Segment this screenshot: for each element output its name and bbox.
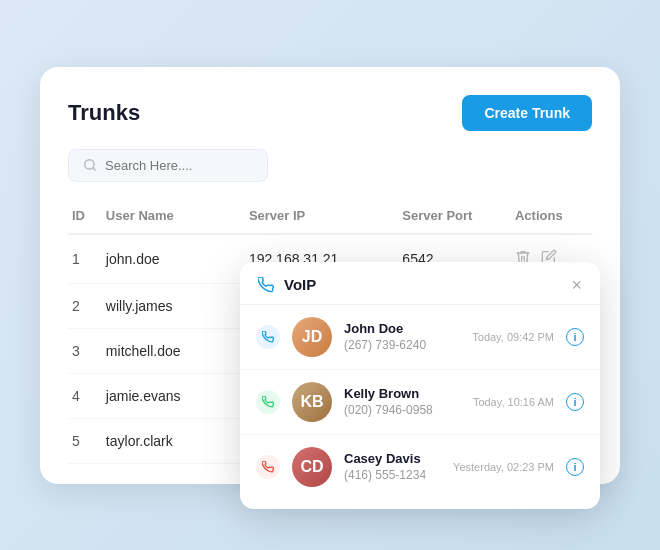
voip-title-area: VoIP [258, 276, 316, 293]
avatar: KB [292, 382, 332, 422]
contact-name: John Doe [344, 321, 460, 336]
contact-phone: (267) 739-6240 [344, 338, 460, 352]
call-type-icon [256, 455, 280, 479]
contact-info: John Doe (267) 739-6240 [344, 321, 460, 352]
search-input[interactable] [105, 158, 253, 173]
contact-time: Yesterday, 02:23 PM [453, 461, 554, 473]
contact-name: Casey Davis [344, 451, 441, 466]
contact-time: Today, 09:42 PM [472, 331, 554, 343]
avatar: CD [292, 447, 332, 487]
svg-line-1 [93, 168, 96, 171]
page-title: Trunks [68, 100, 140, 126]
cell-id: 4 [68, 373, 106, 418]
col-serverport: Server Port [402, 200, 515, 234]
call-type-icon [256, 325, 280, 349]
cell-username: jamie.evans [106, 373, 249, 418]
contact-time: Today, 10:16 AM [473, 396, 554, 408]
create-trunk-button[interactable]: Create Trunk [462, 95, 592, 131]
cell-username: willy.james [106, 283, 249, 328]
cell-id: 5 [68, 418, 106, 463]
info-icon[interactable]: i [566, 458, 584, 476]
search-icon [83, 158, 97, 172]
contact-item: CD Casey Davis (416) 555-1234 Yesterday,… [240, 435, 600, 499]
contact-info: Kelly Brown (020) 7946-0958 [344, 386, 461, 417]
contact-phone: (020) 7946-0958 [344, 403, 461, 417]
contact-phone: (416) 555-1234 [344, 468, 441, 482]
voip-close-button[interactable]: × [571, 276, 582, 294]
cell-id: 3 [68, 328, 106, 373]
phone-icon [258, 277, 274, 293]
search-bar [68, 149, 268, 182]
contact-item: KB Kelly Brown (020) 7946-0958 Today, 10… [240, 370, 600, 435]
voip-popup-header: VoIP × [240, 262, 600, 305]
cell-username: mitchell.doe [106, 328, 249, 373]
voip-popup: VoIP × JD John Doe (267) 739-6240 Today,… [240, 262, 600, 509]
cell-id: 1 [68, 234, 106, 284]
contact-info: Casey Davis (416) 555-1234 [344, 451, 441, 482]
info-icon[interactable]: i [566, 328, 584, 346]
cell-username: john.doe [106, 234, 249, 284]
avatar: JD [292, 317, 332, 357]
main-card: Trunks Create Trunk ID User Name Server … [40, 67, 620, 484]
cell-id: 2 [68, 283, 106, 328]
voip-contacts-list: JD John Doe (267) 739-6240 Today, 09:42 … [240, 305, 600, 499]
cell-username: taylor.clark [106, 418, 249, 463]
contact-name: Kelly Brown [344, 386, 461, 401]
info-icon[interactable]: i [566, 393, 584, 411]
col-username: User Name [106, 200, 249, 234]
contact-item: JD John Doe (267) 739-6240 Today, 09:42 … [240, 305, 600, 370]
col-actions: Actions [515, 200, 592, 234]
card-header: Trunks Create Trunk [68, 95, 592, 131]
call-type-icon [256, 390, 280, 414]
voip-title: VoIP [284, 276, 316, 293]
col-id: ID [68, 200, 106, 234]
col-serverip: Server IP [249, 200, 402, 234]
